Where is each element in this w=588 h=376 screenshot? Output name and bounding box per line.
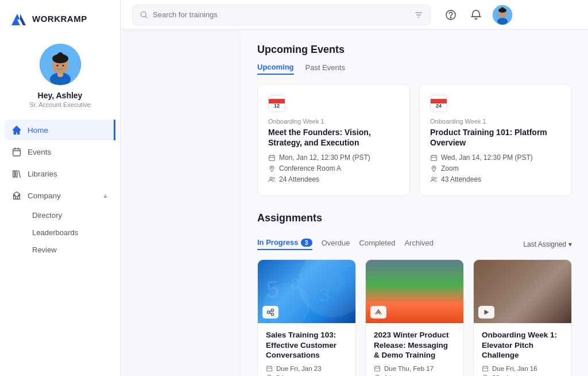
events-tab-row: Upcoming Past Events [257, 63, 572, 75]
sidebar-item-events-label: Events [28, 148, 109, 156]
chevron-down-icon: ▾ [568, 240, 572, 248]
filter-icon[interactable] [414, 10, 423, 20]
assign-card-img-1: 5 8 3 [258, 260, 355, 323]
assign-type-badge-1 [262, 306, 278, 319]
sidebar-item-home-label: Home [28, 126, 107, 135]
assign-card-img-2 [366, 260, 463, 323]
tab-completed[interactable]: Completed [359, 239, 396, 250]
assign-card-body-3: Onboarding Week 1: Elevator Pitch Challe… [474, 323, 571, 376]
svg-rect-68 [483, 366, 488, 371]
svg-marker-1 [20, 14, 26, 25]
logo-area: WORKRAMP [0, 9, 120, 37]
svg-point-30 [501, 7, 504, 10]
assign-due-3: Due Fri, Jan 16 [482, 365, 563, 372]
topbar-avatar[interactable] [493, 5, 512, 25]
svg-point-27 [497, 18, 508, 25]
svg-rect-17 [14, 195, 16, 196]
svg-point-19 [141, 11, 146, 17]
svg-rect-38 [431, 155, 437, 160]
user-title: Sr. Account Executive [29, 101, 90, 108]
sidebar-item-review[interactable]: Review [25, 241, 115, 258]
event-attendees-2: 43 Attendees [430, 175, 561, 183]
assign-due-1: Due Fri, Jan 23 [266, 365, 347, 372]
people-icon [268, 176, 276, 183]
topbar [121, 0, 588, 30]
sidebar-item-home[interactable]: Home [5, 120, 115, 140]
main-content: Upcoming Events Upcoming Past Events 12 … [241, 30, 588, 376]
tab-archived[interactable]: Archived [404, 239, 434, 250]
tab-past-events[interactable]: Past Events [305, 63, 345, 74]
assign-title-3: Onboarding Week 1: Elevator Pitch Challe… [482, 330, 563, 360]
search-wrapper [132, 5, 431, 25]
help-button[interactable] [442, 6, 459, 24]
due-icon-2 [374, 365, 381, 372]
event-date-1: Mon, Jan 12, 12:30 PM (PST) [268, 154, 399, 162]
svg-point-42 [434, 167, 435, 168]
sidebar-nav: Home Events Libraries [0, 120, 120, 259]
due-icon-3 [482, 365, 489, 372]
user-greeting: Hey, Ashley [38, 91, 83, 100]
assign-card-body-1: Sales Training 103: Effective Customer C… [258, 323, 355, 376]
svg-point-8 [56, 65, 58, 67]
tab-upcoming[interactable]: Upcoming [257, 63, 294, 75]
event-card-2[interactable]: 24 Onboarding Week 1 Product Training 10… [419, 84, 572, 196]
assign-card-1[interactable]: 5 8 3 [257, 259, 356, 376]
svg-line-52 [270, 311, 272, 312]
event-location-1: Conference Room A [268, 164, 399, 172]
company-subnav: Directory Leaderboards Review [5, 207, 115, 258]
svg-rect-14 [13, 171, 15, 178]
event-title-2: Product Training 101: Platform Overview [430, 127, 561, 148]
event-card-1[interactable]: 12 Onboarding Week 1 Meet the Founders: … [257, 84, 410, 196]
tab-in-progress[interactable]: In Progress3 [257, 238, 312, 250]
avatar [40, 44, 81, 85]
svg-marker-0 [11, 14, 20, 25]
help-icon [445, 9, 457, 21]
upcoming-events-section: Upcoming Events Upcoming Past Events 12 … [257, 44, 572, 196]
event-title-1: Meet the Founders: Vision, Strategy, and… [268, 127, 399, 148]
svg-line-53 [270, 313, 272, 314]
calendar-meta-icon-2 [430, 154, 438, 162]
home-icon [11, 125, 22, 135]
search-icon [140, 10, 148, 19]
chevron-up-icon: ▲ [102, 192, 109, 199]
sidebar-item-events[interactable]: Events [5, 141, 115, 162]
search-input[interactable] [153, 10, 414, 19]
sidebar-item-directory[interactable]: Directory [25, 207, 115, 224]
topbar-icons [442, 5, 512, 25]
library-icon [11, 168, 22, 179]
video-icon [482, 308, 490, 316]
logo-text: WORKRAMP [32, 14, 87, 24]
assign-card-body-2: 2023 Winter Product Release: Messaging &… [366, 323, 463, 376]
svg-point-51 [271, 313, 273, 316]
notifications-button[interactable] [467, 6, 485, 24]
assignments-title: Assignments [257, 212, 322, 224]
sidebar-item-company[interactable]: Company ▲ [5, 185, 115, 206]
event-label-1: Onboarding Week 1 [268, 118, 399, 125]
svg-rect-10 [13, 149, 21, 156]
svg-point-44 [435, 177, 436, 179]
assign-type-badge-3 [478, 306, 494, 319]
topbar-avatar-image [493, 5, 512, 25]
svg-point-50 [271, 309, 273, 312]
sort-button[interactable]: Last Assigned ▾ [523, 240, 572, 248]
path-icon [266, 308, 274, 316]
calendar-icon [11, 147, 22, 157]
assign-card-2[interactable]: 2023 Winter Product Release: Messaging &… [365, 259, 464, 376]
svg-point-43 [432, 177, 434, 179]
svg-point-25 [450, 17, 451, 18]
sidebar-item-libraries[interactable]: Libraries [5, 163, 115, 184]
svg-text:5: 5 [266, 276, 280, 303]
course-icon [374, 308, 382, 316]
assignments-section: Assignments In Progress3 Overdue Complet… [257, 212, 572, 376]
sidebar-item-libraries-label: Libraries [28, 170, 109, 178]
sidebar-item-leaderboards[interactable]: Leaderboards [25, 224, 115, 241]
assign-title-1: Sales Training 103: Effective Customer C… [266, 330, 347, 360]
assignments-grid: 5 8 3 [257, 259, 572, 376]
assign-type-badge-2 [370, 306, 386, 319]
svg-line-20 [145, 16, 147, 18]
svg-point-9 [62, 65, 64, 67]
tab-overdue[interactable]: Overdue [322, 239, 350, 250]
assign-card-3[interactable]: Onboarding Week 1: Elevator Pitch Challe… [473, 259, 572, 376]
svg-point-49 [267, 311, 269, 313]
event-location-2: Zoom [430, 164, 561, 172]
